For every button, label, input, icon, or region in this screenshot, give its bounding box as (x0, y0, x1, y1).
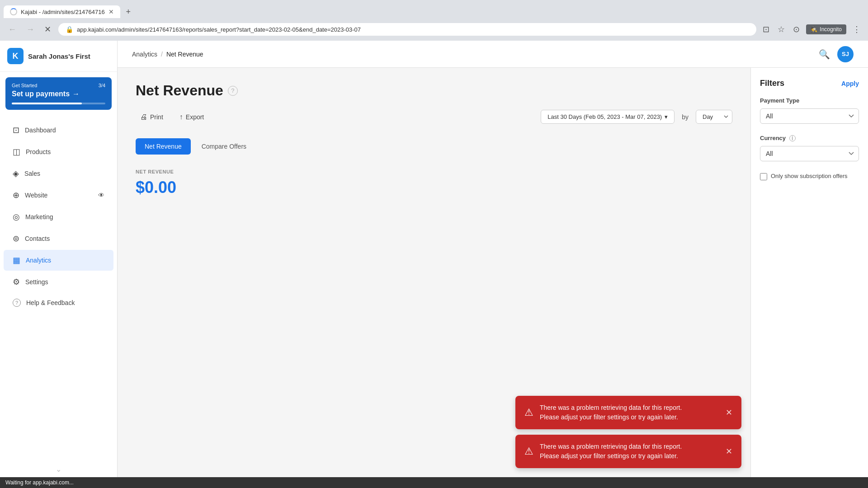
toolbar-row: 🖨 Print ↑ Export Last 30 Days (Feb 05, 2… (136, 110, 732, 124)
payment-type-select[interactable]: All One-time Subscription (760, 108, 859, 124)
print-icon: 🖨 (140, 113, 147, 121)
filters-header: Filters Apply (760, 79, 859, 88)
toast-2-line1: There was a problem retrieving data for … (540, 442, 719, 451)
toast-2-text: There was a problem retrieving data for … (540, 442, 719, 461)
toast-1-close-button[interactable]: ✕ (726, 408, 732, 418)
toast-1-line1: There was a problem retrieving data for … (540, 403, 719, 413)
currency-select[interactable]: All USD EUR GBP (760, 146, 859, 161)
sidebar-item-settings[interactable]: ⚙ Settings (4, 272, 113, 292)
toast-2-error-icon: ⚠ (524, 446, 533, 457)
sidebar-brand-name: Sarah Jonas's First (28, 52, 90, 60)
sidebar-item-label-sales: Sales (24, 170, 40, 177)
help-icon: ? (13, 299, 21, 307)
export-icon: ↑ (179, 113, 183, 121)
active-tab[interactable]: Kajabi - /admin/sites/214764716 ✕ (4, 5, 120, 18)
forward-button[interactable]: → (24, 23, 37, 36)
sidebar-item-label-website: Website (25, 192, 47, 199)
get-started-banner[interactable]: Get Started 3/4 Set up payments → (5, 77, 112, 110)
toast-1: ⚠ There was a problem retrieving data fo… (515, 396, 741, 429)
date-range-chevron-icon: ▾ (665, 113, 668, 120)
profile-icon[interactable]: ⊙ (791, 23, 802, 36)
page-help-icon[interactable]: ? (228, 86, 238, 96)
tab-net-revenue[interactable]: Net Revenue (136, 138, 191, 155)
sidebar-item-analytics[interactable]: ▦ Analytics (4, 250, 113, 271)
print-button[interactable]: 🖨 Print (136, 110, 168, 124)
day-select[interactable]: Day Week Month (696, 110, 732, 124)
get-started-arrow-icon: → (72, 90, 80, 98)
currency-label: Currency i (760, 135, 859, 141)
breadcrumb: Analytics / Net Revenue (132, 51, 203, 58)
sidebar-logo: K (7, 48, 24, 64)
filters-title: Filters (760, 79, 784, 88)
browser-toolbar: ← → ✕ 🔒 app.kajabi.com/admin/sites/21476… (0, 18, 868, 41)
new-tab-button[interactable]: + (122, 5, 135, 18)
tab-close-button[interactable]: ✕ (108, 8, 114, 15)
export-label: Export (186, 113, 204, 121)
sidebar-item-contacts[interactable]: ⊚ Contacts (4, 228, 113, 249)
tab-loading-spinner (10, 8, 17, 15)
apply-filters-button[interactable]: Apply (841, 80, 859, 87)
lock-icon: 🔒 (66, 26, 73, 33)
sidebar-item-label-help: Help & Feedback (26, 299, 75, 306)
sidebar: K Sarah Jonas's First Get Started 3/4 Se… (0, 41, 118, 477)
currency-filter-section: Currency i All USD EUR GBP (760, 135, 859, 161)
incognito-button[interactable]: 🕵 Incognito (806, 24, 846, 34)
toast-2-line2: Please adjust your filter settings or tr… (540, 451, 719, 461)
contacts-icon: ⊚ (13, 234, 19, 244)
sidebar-logo-letter: K (13, 52, 19, 61)
export-button[interactable]: ↑ Export (175, 110, 208, 124)
get-started-title: Set up payments → (12, 90, 105, 98)
sidebar-item-help[interactable]: ? Help & Feedback (4, 293, 113, 312)
page-title-row: Net Revenue ? (136, 82, 732, 99)
currency-info-icon: i (789, 135, 796, 141)
subscription-checkbox-row: Only show subscription offers (760, 172, 859, 180)
incognito-label: Incognito (820, 26, 842, 33)
sales-icon: ◈ (13, 169, 19, 178)
sidebar-item-label-marketing: Marketing (25, 213, 53, 221)
status-bar-text: Waiting for app.kajabi.com... (5, 479, 74, 486)
reload-button[interactable]: ✕ (42, 23, 54, 36)
website-eye-icon: 👁 (98, 192, 104, 199)
toast-1-text: There was a problem retrieving data for … (540, 403, 719, 422)
net-revenue-label: NET REVENUE (136, 169, 732, 174)
breadcrumb-current-page: Net Revenue (166, 51, 203, 58)
sidebar-item-website[interactable]: ⊕ Website 👁 (4, 185, 113, 206)
sidebar-item-products[interactable]: ◫ Products (4, 141, 113, 162)
breadcrumb-analytics-link[interactable]: Analytics (132, 51, 157, 58)
sidebar-item-sales[interactable]: ◈ Sales (4, 163, 113, 184)
subscription-offers-checkbox[interactable] (760, 173, 767, 180)
tab-compare-offers[interactable]: Compare Offers (193, 138, 255, 155)
browser-chrome: Kajabi - /admin/sites/214764716 ✕ + ← → … (0, 0, 868, 41)
toast-2-close-button[interactable]: ✕ (726, 446, 732, 456)
subscription-filter-section: Only show subscription offers (760, 172, 859, 180)
sidebar-item-marketing[interactable]: ◎ Marketing (4, 206, 113, 227)
bookmark-icon[interactable]: ☆ (776, 23, 787, 36)
back-button[interactable]: ← (5, 23, 19, 36)
get-started-label-row: Get Started 3/4 (12, 83, 105, 88)
sidebar-nav: ⊡ Dashboard ◫ Products ◈ Sales ⊕ Website… (0, 115, 117, 461)
topbar-search-icon[interactable]: 🔍 (819, 49, 830, 60)
date-range-button[interactable]: Last 30 Days (Feb 05, 2023 - Mar 07, 202… (541, 110, 675, 124)
print-label: Print (150, 113, 163, 121)
more-options-icon[interactable]: ⋮ (851, 23, 863, 36)
currency-label-text: Currency (760, 135, 786, 141)
sidebar-item-label-products: Products (26, 148, 51, 155)
topbar-right: 🔍 SJ (819, 46, 854, 62)
get-started-label-text: Get Started (12, 83, 37, 88)
breadcrumb-separator: / (161, 51, 163, 58)
sidebar-item-dashboard[interactable]: ⊡ Dashboard (4, 120, 113, 141)
date-range-label: Last 30 Days (Feb 05, 2023 - Mar 07, 202… (547, 113, 662, 120)
address-bar[interactable]: 🔒 app.kajabi.com/admin/sites/2147647163/… (58, 23, 756, 36)
browser-tabs: Kajabi - /admin/sites/214764716 ✕ + (0, 0, 868, 18)
status-bar: Waiting for app.kajabi.com... (0, 477, 868, 488)
main-scroll: Net Revenue ? 🖨 Print ↑ Export (118, 68, 750, 477)
cast-icon[interactable]: ⊡ (761, 23, 771, 36)
toast-1-line2: Please adjust your filter settings or tr… (540, 413, 719, 422)
sidebar-item-label-contacts: Contacts (25, 235, 50, 242)
toast-container: ⚠ There was a problem retrieving data fo… (515, 396, 741, 468)
topbar-avatar[interactable]: SJ (837, 46, 854, 62)
get-started-progress-bar-bg (12, 103, 105, 104)
browser-toolbar-right: ⊡ ☆ ⊙ 🕵 Incognito ⋮ (761, 23, 863, 36)
settings-icon: ⚙ (13, 277, 20, 287)
dashboard-icon: ⊡ (13, 125, 19, 135)
